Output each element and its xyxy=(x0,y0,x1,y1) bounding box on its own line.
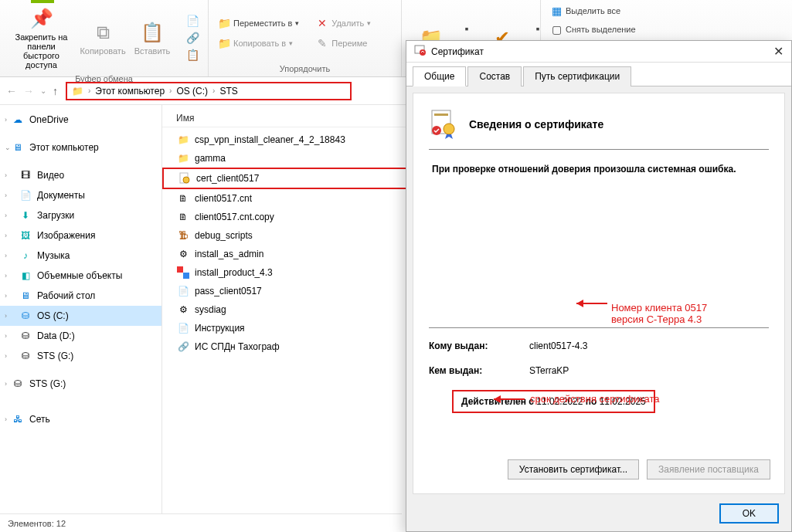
chevron-down-icon: ⌄ xyxy=(5,144,11,151)
file-name: Инструкция xyxy=(195,323,245,334)
select-all-button[interactable]: ▦ Выделить все xyxy=(547,3,786,19)
crumb-folder[interactable]: STS xyxy=(219,86,237,97)
text-file-icon: 📄 xyxy=(176,321,190,335)
annotation-client: Номер клиента 0517 версия С-Терра 4.3 xyxy=(611,302,707,325)
ribbon-small-3[interactable]: 📋 xyxy=(183,47,202,63)
select-all-icon: ▦ xyxy=(550,5,563,17)
annotation-arrow-icon xyxy=(490,391,529,407)
sidebar-item-network[interactable]: › 🖧 Сеть xyxy=(0,409,161,429)
sidebar-item-sts-g2[interactable]: › ⛁ STS (G:) xyxy=(0,374,161,394)
svg-rect-8 xyxy=(434,114,448,116)
svg-point-10 xyxy=(444,124,454,134)
sidebar-item-downloads[interactable]: › ⬇ Загрузки xyxy=(0,205,161,225)
deselect-button[interactable]: ▢ Снять выделение xyxy=(547,22,786,37)
copy-to-icon: 📁 xyxy=(218,37,230,49)
ribbon-small-2[interactable]: 🔗 xyxy=(183,30,202,46)
organize-group-label: Упорядочить xyxy=(215,63,395,73)
chevron-right-icon: › xyxy=(5,116,7,124)
breadcrumb[interactable]: 📁 › Этот компьютер › OS (C:) › STS xyxy=(66,82,352,100)
nav-back-button[interactable]: ← xyxy=(6,85,17,97)
copy-label: Копировать xyxy=(80,46,125,56)
file-name: gamma xyxy=(195,153,226,164)
pin-button[interactable]: 📌 Закрепить на панели быстрого доступа xyxy=(6,3,76,73)
documents-icon: 📄 xyxy=(19,188,32,202)
sidebar-item-os-c[interactable]: › ⛁ OS (C:) xyxy=(0,306,161,326)
delete-button[interactable]: ✕ Удалить ▾ xyxy=(313,15,374,31)
sidebar-item-music[interactable]: › ♪ Музыка xyxy=(0,246,161,266)
sidebar-item-pictures[interactable]: › 🖼 Изображения xyxy=(0,225,161,246)
tab-details[interactable]: Состав xyxy=(467,66,522,86)
ribbon-small-1[interactable]: 📄 xyxy=(183,13,202,29)
archive-icon: 🗜 xyxy=(176,229,190,242)
nav-up-button[interactable]: ↑ xyxy=(53,85,58,97)
cert-error-text: При проверке отношений доверия произошла… xyxy=(429,150,769,188)
copy-button[interactable]: ⧉ Копировать xyxy=(80,3,126,73)
chevron-right-icon: › xyxy=(5,352,7,360)
certificate-large-icon xyxy=(429,109,460,140)
nav-forward-button[interactable]: → xyxy=(23,85,34,97)
svg-marker-14 xyxy=(494,395,501,403)
crumb-root[interactable]: Этот компьютер xyxy=(95,86,165,97)
ok-button[interactable]: OK xyxy=(719,503,779,524)
move-to-button[interactable]: 📁 Переместить в ▾ xyxy=(215,15,302,31)
nav-recent-button[interactable]: ⌄ xyxy=(40,86,46,95)
sidebar-item-videos[interactable]: › 🎞 Видео xyxy=(0,165,161,185)
batch-file-icon: ⚙ xyxy=(176,247,190,261)
svg-rect-4 xyxy=(183,273,189,279)
drive-icon: ⛁ xyxy=(19,329,32,343)
issued-to-label: Кому выдан: xyxy=(429,341,529,351)
paste-button[interactable]: 📋 Вставить xyxy=(129,3,175,73)
music-icon: ♪ xyxy=(19,249,32,263)
chevron-right-icon: › xyxy=(212,86,215,95)
svg-point-1 xyxy=(183,177,189,183)
new-item-button[interactable]: ▪ xyxy=(457,21,476,36)
sidebar-item-data-d[interactable]: › ⛁ Data (D:) xyxy=(0,326,161,346)
sidebar-item-documents[interactable]: › 📄 Документы xyxy=(0,185,161,205)
file-name: csp_vpn_install_cleaner_4_2_18843 xyxy=(195,134,345,145)
file-name: sysdiag xyxy=(195,304,226,315)
copy-to-button[interactable]: 📁 Копировать в ▾ xyxy=(215,36,302,51)
drive-icon: ⛁ xyxy=(19,309,32,323)
sidebar-item-desktop[interactable]: › 🖥 Рабочий стол xyxy=(0,286,161,306)
tab-general[interactable]: Общие xyxy=(413,66,466,86)
file-name: install_product_4.3 xyxy=(195,267,273,278)
chevron-right-icon: › xyxy=(5,380,7,388)
svg-rect-3 xyxy=(177,266,183,273)
sidebar-item-this-pc[interactable]: ⌄ 🖥 Этот компьютер xyxy=(0,137,161,158)
sidebar-item-onedrive[interactable]: › ☁ OneDrive xyxy=(0,110,161,130)
rename-icon: ✎ xyxy=(316,37,328,49)
chevron-right-icon: › xyxy=(5,171,7,179)
sidebar-item-sts-g1[interactable]: › ⛁ STS (G:) xyxy=(0,346,161,366)
cert-heading: Сведения о сертификате xyxy=(469,118,603,130)
dialog-titlebar: Сертификат ✕ xyxy=(406,41,791,63)
file-name: pass_client0517 xyxy=(195,286,262,296)
onedrive-icon: ☁ xyxy=(11,113,25,127)
tab-cert-path[interactable]: Путь сертификации xyxy=(523,66,631,86)
chevron-right-icon: › xyxy=(169,86,172,95)
pin-icon: 📌 xyxy=(29,6,54,31)
crumb-os[interactable]: OS (C:) xyxy=(176,86,208,97)
exe-icon xyxy=(176,266,190,280)
dialog-title: Сертификат xyxy=(431,46,484,57)
sidebar: › ☁ OneDrive ⌄ 🖥 Этот компьютер › 🎞 Виде… xyxy=(0,105,162,513)
rename-button[interactable]: ✎ Переиме xyxy=(313,36,374,51)
sidebar-item-3d[interactable]: › ◧ Объемные объекты xyxy=(0,266,161,286)
chevron-right-icon: › xyxy=(5,312,7,320)
annotation-validity: срок действия сертификата xyxy=(530,393,659,405)
cert-body: Сведения о сертификате При проверке отно… xyxy=(413,93,785,494)
chevron-right-icon: › xyxy=(5,191,7,199)
close-button[interactable]: ✕ xyxy=(773,44,784,59)
ribbon-accent xyxy=(31,0,54,3)
pin-label: Закрепить на панели быстрого доступа xyxy=(11,32,72,69)
objects3d-icon: ◧ xyxy=(19,269,32,283)
issued-by-label: Кем выдан: xyxy=(429,365,529,376)
chevron-right-icon: › xyxy=(5,252,7,259)
certificate-file-icon xyxy=(178,171,192,185)
file-icon: 🗎 xyxy=(176,191,190,205)
svg-marker-12 xyxy=(576,300,583,307)
cert-tabs: Общие Состав Путь сертификации xyxy=(406,63,791,86)
statement-button: Заявление поставщика xyxy=(647,459,770,479)
install-cert-button[interactable]: Установить сертификат... xyxy=(508,459,639,479)
chevron-right-icon: › xyxy=(5,272,7,280)
status-bar: Элементов: 12 xyxy=(0,513,402,532)
